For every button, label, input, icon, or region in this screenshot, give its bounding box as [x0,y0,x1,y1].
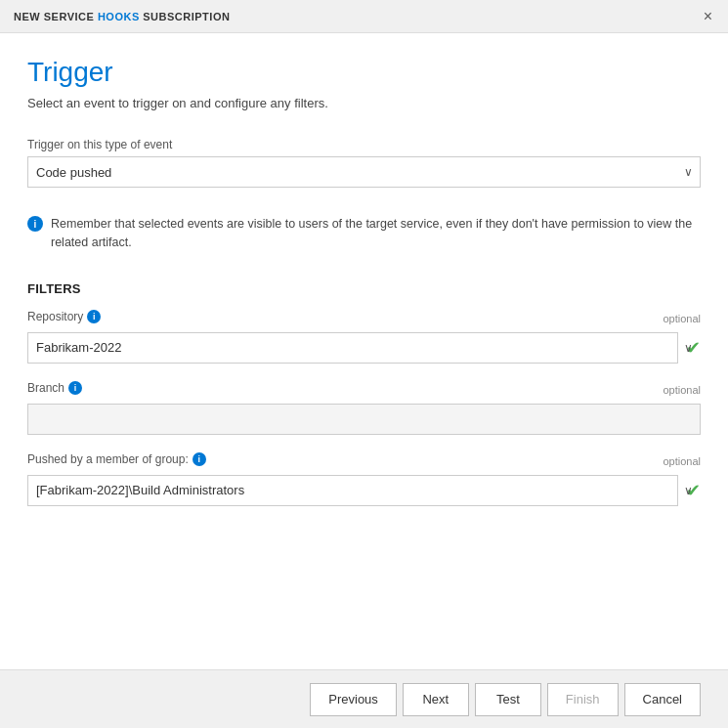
service-hooks-dialog: NEW SERVICE HOOKS SUBSCRIPTION × Trigger… [0,0,728,728]
trigger-type-select[interactable]: Code pushed [27,156,701,188]
pushed-by-label: Pushed by a member of group: i [27,452,206,466]
pushed-by-label-row: Pushed by a member of group: i optional [27,452,701,471]
next-button[interactable]: Next [403,683,469,716]
trigger-type-select-wrapper: Code pushed ∨ [27,156,701,188]
repository-info-icon[interactable]: i [87,310,101,323]
dialog-header: NEW SERVICE HOOKS SUBSCRIPTION × [0,0,728,33]
repository-check-icon: ✔ [686,337,701,359]
pushed-by-info-icon[interactable]: i [193,452,206,466]
test-button[interactable]: Test [475,683,541,716]
branch-field: Branch i optional [27,381,701,435]
repository-field: Repository i optional Fabrikam-2022 ∨ ✔ [27,310,701,364]
pushed-by-field: Pushed by a member of group: i optional … [27,452,701,506]
repository-optional-text: optional [663,313,701,324]
trigger-type-label: Trigger on this type of event [27,138,701,151]
info-box: i Remember that selected events are visi… [27,205,701,262]
branch-info-icon[interactable]: i [68,381,82,395]
branch-label-row: Branch i optional [27,381,701,400]
dialog-title-blue: HOOKS [98,11,140,22]
dialog-body: Trigger Select an event to trigger on an… [0,33,728,669]
pushed-by-optional-text: optional [663,455,701,467]
dialog-title: NEW SERVICE HOOKS SUBSCRIPTION [14,11,230,22]
branch-input[interactable] [27,404,701,435]
repository-select[interactable]: Fabrikam-2022 [27,332,678,364]
trigger-type-field: Trigger on this type of event Code pushe… [27,138,701,188]
pushed-by-select-wrapper: [Fabrikam-2022]\Build Administrators ∨ ✔ [27,475,701,506]
close-button[interactable]: × [702,9,714,24]
page-subtitle: Select an event to trigger on and config… [27,96,701,110]
branch-label: Branch i [27,381,82,395]
previous-button[interactable]: Previous [310,683,397,716]
repository-label: Repository i [27,310,101,323]
page-title: Trigger [27,57,701,88]
pushed-by-check-icon: ✔ [686,480,701,501]
filters-heading: FILTERS [27,281,701,296]
info-box-text: Remember that selected events are visibl… [51,215,701,252]
pushed-by-select[interactable]: [Fabrikam-2022]\Build Administrators [27,475,678,506]
cancel-button[interactable]: Cancel [624,683,701,716]
info-box-icon: i [27,216,43,232]
repository-label-row: Repository i optional [27,310,701,328]
finish-button[interactable]: Finish [547,683,619,716]
repository-select-wrapper: Fabrikam-2022 ∨ ✔ [27,332,701,364]
branch-optional-text: optional [663,384,701,396]
dialog-footer: Previous Next Test Finish Cancel [0,669,728,728]
